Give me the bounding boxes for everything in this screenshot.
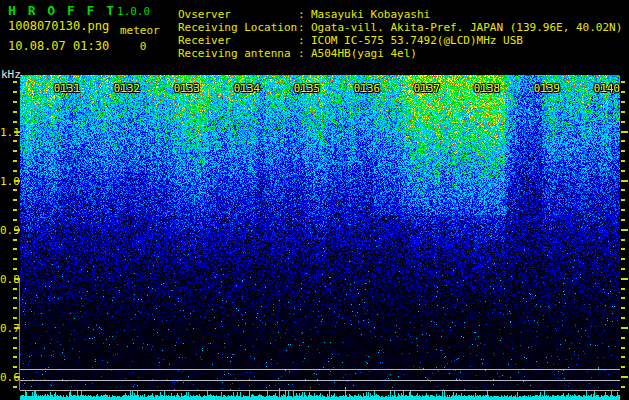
freq-minor-tick-right	[621, 347, 625, 349]
freq-label: 1.0	[0, 175, 14, 188]
freq-minor-tick-right	[621, 150, 625, 152]
info-value: Ogata-vill. Akita-Pref. JAPAN (139.96E, …	[311, 21, 622, 34]
freq-minor-tick-right	[621, 337, 625, 339]
freq-minor-tick-right	[621, 91, 625, 93]
spectrogram-canvas	[20, 75, 620, 400]
meteor-counter-label: meteor	[120, 24, 160, 37]
freq-minor-tick-left	[13, 209, 17, 211]
time-label: 0138	[472, 82, 502, 95]
freq-major-tick-right	[621, 376, 628, 378]
freq-minor-tick-right	[621, 140, 625, 142]
freq-minor-tick-right	[621, 160, 625, 162]
freq-minor-tick-left	[13, 219, 17, 221]
freq-minor-tick-right	[621, 386, 625, 388]
time-label: 0135	[292, 82, 322, 95]
freq-minor-tick-left	[13, 199, 17, 201]
info-label: Receiver	[178, 34, 298, 47]
freq-minor-tick-left	[13, 337, 17, 339]
info-label: Receiving antenna	[178, 47, 298, 60]
time-label: 0131	[52, 82, 82, 95]
freq-major-tick-right	[621, 131, 628, 133]
info-row: Receiving antenna:A504HB(yagi 4el)	[178, 47, 622, 60]
freq-label: 1.1	[0, 126, 14, 139]
time-label: 0137	[412, 82, 442, 95]
receiver-info: Ovserver:Masayuki KobayashiReceiving Loc…	[178, 8, 622, 60]
info-label: Ovserver	[178, 8, 298, 21]
freq-minor-tick-left	[13, 91, 17, 93]
info-colon: :	[298, 34, 311, 47]
freq-minor-tick-left	[13, 81, 17, 83]
freq-minor-tick-right	[621, 189, 625, 191]
freq-minor-tick-left	[13, 239, 17, 241]
app-version: 1.0.0	[117, 5, 150, 18]
freq-minor-tick-left	[13, 386, 17, 388]
freq-minor-tick-right	[621, 268, 625, 270]
freq-major-tick-left	[14, 229, 20, 231]
freq-major-tick-right	[621, 278, 628, 280]
freq-label: 0.8	[0, 273, 14, 286]
freq-minor-tick-left	[13, 189, 17, 191]
info-colon: :	[298, 47, 311, 60]
freq-major-tick-left	[14, 327, 20, 329]
freq-minor-tick-right	[621, 81, 625, 83]
freq-minor-tick-right	[621, 111, 625, 113]
hrofft-screen: H R O F F T 1.0.0 1008070130.png meteor …	[0, 0, 629, 400]
freq-minor-tick-right	[621, 288, 625, 290]
freq-minor-tick-right	[621, 101, 625, 103]
freq-minor-tick-right	[621, 317, 625, 319]
freq-major-tick-right	[621, 327, 628, 329]
y-axis-unit-label: kHz	[1, 68, 21, 81]
freq-major-tick-right	[621, 180, 628, 182]
info-row: Ovserver:Masayuki Kobayashi	[178, 8, 622, 21]
freq-minor-tick-right	[621, 356, 625, 358]
freq-minor-tick-left	[13, 150, 17, 152]
freq-minor-tick-left	[13, 347, 17, 349]
freq-minor-tick-left	[13, 101, 17, 103]
freq-label: 0.9	[0, 224, 14, 237]
time-label: 0134	[232, 82, 262, 95]
freq-major-tick-left	[14, 278, 20, 280]
info-value: A504HB(yagi 4el)	[311, 47, 417, 60]
info-row: Receiver:ICOM IC-575 53.7492(@LCD)MHz US…	[178, 34, 622, 47]
app-title: H R O F F T	[8, 3, 116, 18]
freq-major-tick-left	[14, 131, 20, 133]
freq-minor-tick-left	[13, 297, 17, 299]
freq-minor-tick-right	[621, 366, 625, 368]
freq-minor-tick-left	[13, 121, 17, 123]
freq-minor-tick-left	[13, 248, 17, 250]
freq-minor-tick-right	[621, 170, 625, 172]
info-label: Receiving Location	[178, 21, 298, 34]
freq-minor-tick-left	[13, 140, 17, 142]
freq-minor-tick-right	[621, 307, 625, 309]
time-label: 0132	[112, 82, 142, 95]
freq-minor-tick-left	[13, 258, 17, 260]
freq-minor-tick-left	[13, 366, 17, 368]
info-row: Receiving Location:Ogata-vill. Akita-Pre…	[178, 21, 622, 34]
info-colon: :	[298, 21, 311, 34]
freq-minor-tick-right	[621, 209, 625, 211]
freq-minor-tick-left	[13, 268, 17, 270]
info-value: Masayuki Kobayashi	[311, 8, 430, 21]
freq-major-tick-right	[621, 229, 628, 231]
freq-label: 0.6	[0, 371, 14, 384]
time-label: 0139	[532, 82, 562, 95]
freq-minor-tick-right	[621, 239, 625, 241]
freq-major-tick-left	[14, 180, 20, 182]
meteor-counter-value: 0	[134, 40, 152, 53]
observation-datetime: 10.08.07 01:30	[8, 39, 109, 53]
info-value: ICOM IC-575 53.7492(@LCD)MHz USB	[311, 34, 523, 47]
freq-minor-tick-right	[621, 248, 625, 250]
output-filename: 1008070130.png	[8, 19, 109, 33]
freq-minor-tick-left	[13, 288, 17, 290]
time-label: 0133	[172, 82, 202, 95]
freq-major-tick-left	[14, 376, 20, 378]
time-label: 0136	[352, 82, 382, 95]
freq-minor-tick-left	[13, 356, 17, 358]
freq-minor-tick-right	[621, 121, 625, 123]
freq-minor-tick-right	[621, 258, 625, 260]
freq-minor-tick-left	[13, 111, 17, 113]
info-colon: :	[298, 8, 311, 21]
freq-minor-tick-right	[621, 219, 625, 221]
freq-minor-tick-left	[13, 307, 17, 309]
freq-minor-tick-left	[13, 170, 17, 172]
